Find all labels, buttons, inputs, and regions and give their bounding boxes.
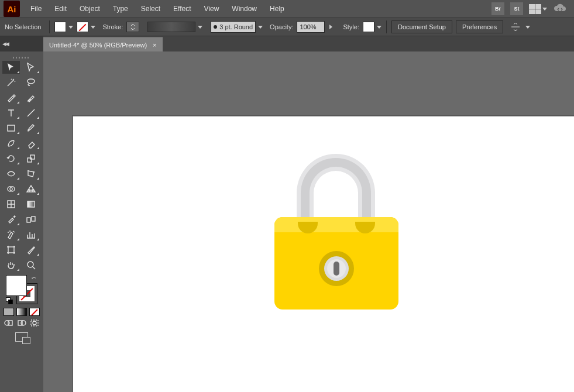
selection-tool[interactable] — [2, 61, 20, 74]
free-transform-tool[interactable] — [22, 167, 40, 180]
column-graph-tool[interactable] — [22, 228, 40, 241]
menu-select[interactable]: Select — [135, 2, 166, 15]
graphic-style-dropdown[interactable] — [363, 22, 381, 32]
type-tool[interactable] — [2, 106, 20, 119]
svg-point-18 — [21, 321, 26, 325]
document-setup-button[interactable]: Document Setup — [391, 20, 452, 33]
divider — [386, 20, 387, 33]
stroke-swatch-group[interactable] — [77, 22, 95, 32]
magic-wand-tool[interactable] — [2, 76, 20, 89]
color-mode-solid[interactable] — [4, 308, 14, 316]
opacity-label: Opacity: — [270, 23, 293, 30]
perspective-grid-tool[interactable] — [22, 183, 40, 195]
stroke-weight-stepper[interactable] — [126, 22, 139, 32]
color-mode-none[interactable] — [29, 308, 40, 316]
lock-illustration[interactable] — [274, 154, 398, 310]
draw-inside-icon[interactable] — [29, 318, 40, 328]
menu-help[interactable]: Help — [264, 2, 290, 15]
fill-color-icon[interactable] — [6, 275, 27, 296]
curvature-tool[interactable] — [22, 91, 40, 104]
artboard[interactable] — [73, 116, 574, 392]
gradient-tool[interactable] — [22, 198, 40, 211]
brush-def-dropdown[interactable] — [147, 22, 202, 32]
draw-mode-row — [2, 318, 41, 328]
style-label: Style: — [343, 23, 359, 30]
svg-point-4 — [33, 171, 35, 173]
menu-edit[interactable]: Edit — [49, 2, 73, 15]
shaper-tool[interactable] — [2, 137, 20, 150]
chevron-down-icon — [198, 26, 202, 29]
fill-swatch-group[interactable] — [54, 22, 73, 32]
draw-normal-icon[interactable] — [3, 318, 15, 328]
draw-behind-icon[interactable] — [16, 318, 28, 328]
align-to-icon[interactable] — [510, 22, 521, 32]
symbol-sprayer-tool[interactable] — [2, 228, 20, 241]
svg-point-20 — [33, 321, 36, 325]
menu-effect[interactable]: Effect — [167, 2, 197, 15]
toolbar-collapse-handle[interactable]: ◀◀ — [0, 36, 43, 51]
swap-fill-stroke-icon[interactable]: ⤺ — [32, 275, 36, 281]
stock-icon[interactable]: St — [510, 2, 523, 15]
chevron-down-icon — [91, 26, 95, 29]
close-icon[interactable]: × — [153, 42, 156, 49]
artboard-tool[interactable] — [2, 243, 20, 256]
control-bar: No Selection Stroke: 3 pt. Round Opacity… — [0, 18, 574, 36]
shape-builder-tool[interactable] — [2, 183, 20, 195]
svg-rect-0 — [8, 125, 15, 131]
menubar: Ai File Edit Object Type Select Effect V… — [0, 0, 574, 18]
variable-width-dropdown[interactable]: 3 pt. Round — [211, 21, 263, 33]
stroke-swatch[interactable] — [77, 22, 88, 32]
mesh-tool[interactable] — [2, 198, 20, 211]
opacity-value[interactable]: 100% — [297, 21, 325, 33]
menu-object[interactable]: Object — [74, 2, 106, 15]
svg-rect-13 — [8, 247, 14, 253]
workspace: ⤺ — [0, 51, 574, 392]
bridge-icon[interactable]: Br — [491, 2, 504, 15]
lock-keyhole-slot — [334, 262, 339, 276]
rectangle-tool[interactable] — [2, 122, 20, 135]
brush-preview — [147, 22, 195, 32]
screen-mode-icon[interactable] — [15, 332, 28, 342]
document-tabstrip: ◀◀ Untitled-4* @ 50% (RGB/Preview) × — [0, 36, 574, 51]
svg-rect-9 — [27, 218, 30, 222]
opacity-field-group[interactable]: 100% — [297, 21, 336, 33]
sync-icon[interactable] — [553, 3, 567, 15]
app-logo-text: Ai — [8, 4, 16, 14]
svg-point-14 — [28, 262, 33, 267]
panel-grip[interactable] — [2, 55, 41, 60]
line-tool[interactable] — [22, 106, 40, 119]
default-fill-stroke-icon[interactable] — [6, 297, 13, 304]
chevron-right-icon — [329, 25, 332, 29]
fill-stroke-control[interactable]: ⤺ — [6, 275, 37, 304]
menu-view[interactable]: View — [198, 2, 225, 15]
hand-tool[interactable] — [2, 259, 20, 271]
document-tab[interactable]: Untitled-4* @ 50% (RGB/Preview) × — [43, 37, 163, 51]
svg-rect-2 — [30, 155, 35, 159]
stroke-label: Stroke: — [102, 23, 123, 30]
graphic-style-swatch[interactable] — [363, 22, 374, 32]
fill-swatch[interactable] — [54, 22, 66, 32]
paintbrush-tool[interactable] — [22, 122, 40, 135]
menu-window[interactable]: Window — [226, 2, 263, 15]
variable-width-value: 3 pt. Round — [219, 23, 253, 30]
lasso-tool[interactable] — [22, 76, 40, 89]
eyedropper-tool[interactable] — [2, 213, 20, 226]
workspace-switcher[interactable] — [529, 4, 547, 14]
preferences-button[interactable]: Preferences — [456, 20, 503, 33]
canvas-area[interactable] — [43, 51, 574, 392]
pen-tool[interactable] — [2, 91, 20, 104]
menu-type[interactable]: Type — [107, 2, 134, 15]
scale-tool[interactable] — [22, 152, 40, 165]
zoom-tool[interactable] — [22, 259, 40, 271]
blend-tool[interactable] — [22, 213, 40, 226]
double-chevron-left-icon: ◀◀ — [2, 41, 8, 47]
app-logo: Ai — [4, 1, 20, 17]
eraser-tool[interactable] — [22, 137, 40, 150]
rotate-tool[interactable] — [2, 152, 20, 165]
color-mode-gradient[interactable] — [16, 308, 27, 316]
width-tool[interactable] — [2, 167, 20, 180]
direct-selection-tool[interactable] — [22, 61, 40, 74]
menu-file[interactable]: File — [25, 2, 47, 15]
slice-tool[interactable] — [22, 243, 40, 256]
tools-panel: ⤺ — [0, 51, 43, 392]
